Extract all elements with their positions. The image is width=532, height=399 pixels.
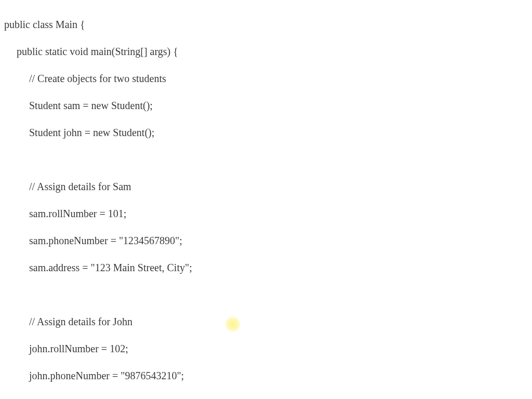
code-block: public class Main { public static void m…: [4, 4, 528, 399]
code-comment: // Assign details for John: [4, 315, 528, 328]
code-line: public class Main {: [4, 18, 528, 31]
code-line: sam.rollNumber = 101;: [4, 207, 528, 220]
code-line: john.phoneNumber = "9876543210";: [4, 369, 528, 382]
code-comment: // Create objects for two students: [4, 72, 528, 85]
code-line: sam.phoneNumber = "1234567890";: [4, 234, 528, 247]
blank-line: [4, 153, 528, 166]
code-line: sam.address = "123 Main Street, City";: [4, 261, 528, 274]
blank-line: [4, 288, 528, 301]
code-line: Student sam = new Student();: [4, 99, 528, 112]
code-line: Student john = new Student();: [4, 126, 528, 139]
code-line: public static void main(String[] args) {: [4, 45, 528, 58]
code-line: john.rollNumber = 102;: [4, 342, 528, 355]
code-comment: // Assign details for Sam: [4, 180, 528, 193]
code-line: john.address = "456 Park Avenue, Town";: [4, 396, 528, 399]
